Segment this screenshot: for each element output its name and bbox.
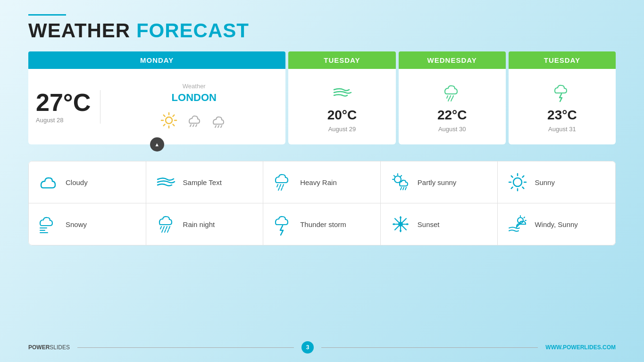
legend-item-sunny: Sunny — [498, 161, 615, 203]
svg-line-15 — [447, 96, 448, 98]
svg-line-8 — [164, 124, 165, 126]
svg-line-16 — [450, 96, 451, 98]
svg-line-47 — [166, 227, 167, 229]
mini-cloud-rain-icon — [184, 109, 205, 131]
legend-item-thunderstorm: Thunder storm — [263, 203, 381, 245]
monday-card: 27°C August 28 Weather LONDON — [28, 69, 285, 144]
wednesday-header: WEDNESDAY — [399, 51, 506, 69]
svg-point-57 — [400, 217, 401, 219]
svg-point-60 — [406, 223, 408, 225]
wind-label: Sample Text — [183, 178, 222, 186]
svg-line-51 — [167, 230, 168, 232]
tuesday2-column: TUESDAY 23°C August 31 — [509, 51, 616, 152]
wednesday-temp: 22°C — [437, 108, 467, 123]
svg-line-28 — [394, 176, 395, 177]
svg-line-22 — [283, 185, 284, 187]
tuesday1-header: TUESDAY — [288, 51, 395, 69]
legend-item-rain-night: Rain night — [146, 203, 264, 245]
svg-line-24 — [281, 188, 282, 190]
arrow-indicator — [150, 137, 164, 152]
svg-line-9 — [190, 125, 191, 126]
monday-header: MONDAY — [28, 51, 285, 69]
heavy-rain-label: Heavy Rain — [300, 178, 337, 186]
svg-line-10 — [193, 125, 194, 126]
snowy-icon — [37, 213, 60, 236]
legend-item-wind: Sample Text — [146, 161, 264, 203]
sunset-icon — [389, 213, 412, 236]
monday-date: August 28 — [36, 117, 64, 124]
svg-line-17 — [452, 96, 453, 98]
footer: POWERSLIDES 3 WWW.POWERLIDES.COM — [28, 341, 616, 354]
svg-line-48 — [169, 227, 170, 229]
svg-line-32 — [405, 187, 406, 190]
heavy-rain-legend-icon — [272, 171, 294, 194]
svg-line-18 — [448, 99, 449, 101]
snowy-label: Snowy — [66, 220, 87, 228]
storm-icon — [550, 81, 574, 105]
wind-legend-icon — [155, 171, 177, 194]
svg-line-12 — [215, 126, 216, 127]
city-name: LONDON — [172, 92, 217, 104]
legend-section: Cloudy Sample Text — [28, 161, 616, 245]
svg-point-58 — [400, 230, 401, 232]
tuesday2-card: 23°C August 31 — [509, 69, 616, 144]
svg-line-14 — [221, 126, 222, 127]
footer-url: WWW.POWERLIDES.COM — [545, 344, 616, 351]
legend-item-heavy-rain: Heavy Rain — [263, 161, 381, 203]
tuesday1-card: 20°C August 29 — [288, 69, 395, 144]
svg-point-33 — [513, 178, 522, 186]
svg-line-38 — [511, 176, 513, 177]
cloudy-label: Cloudy — [66, 178, 88, 186]
rain-night-icon — [155, 213, 177, 236]
footer-line-right — [321, 347, 538, 348]
svg-line-23 — [278, 188, 279, 190]
windy-sunny-icon — [506, 213, 529, 236]
mini-sun-icon — [159, 109, 180, 131]
legend-item-windy-sunny: Windy, Sunny — [498, 203, 615, 245]
brand-bold: POWER — [28, 344, 50, 351]
wednesday-date: August 30 — [438, 126, 466, 133]
svg-line-5 — [164, 115, 165, 116]
windy-sunny-label: Windy, Sunny — [535, 220, 577, 228]
svg-line-63 — [524, 217, 525, 218]
svg-line-46 — [163, 227, 164, 229]
tuesday1-date: August 29 — [328, 126, 356, 133]
wednesday-column: WEDNESDAY 22°C August 30 — [399, 51, 506, 152]
svg-line-45 — [160, 227, 161, 229]
mini-cloud-icon — [209, 109, 230, 131]
footer-page-number: 3 — [301, 341, 314, 354]
partly-sunny-icon — [389, 171, 412, 194]
legend-item-sunset: Sunset — [381, 203, 498, 245]
partly-sunny-label: Partly sunny — [418, 178, 457, 186]
svg-line-13 — [218, 126, 219, 127]
legend-grid: Cloudy Sample Text — [28, 161, 616, 245]
tuesday2-date: August 31 — [548, 126, 576, 133]
svg-line-49 — [162, 230, 163, 232]
legend-item-snowy: Snowy — [29, 203, 146, 245]
heavy-rain-icon — [440, 81, 464, 105]
legend-item-cloudy: Cloudy — [29, 161, 146, 203]
svg-line-11 — [196, 125, 197, 126]
page-title: WEATHER FORECAST — [28, 19, 616, 42]
svg-line-39 — [523, 187, 524, 189]
svg-point-0 — [166, 117, 172, 124]
title-weather: WEATHER — [28, 19, 130, 42]
forecast-section: MONDAY 27°C August 28 Weather LONDON — [28, 51, 616, 152]
thunderstorm-icon — [272, 213, 294, 236]
svg-line-40 — [523, 176, 524, 177]
svg-line-31 — [403, 187, 404, 190]
tuesday1-temp: 20°C — [327, 108, 357, 123]
legend-item-partly-sunny: Partly sunny — [381, 161, 498, 203]
header-accent-line — [28, 14, 66, 16]
tuesday2-temp: 23°C — [547, 108, 577, 123]
sunny-icon — [506, 171, 529, 194]
svg-line-30 — [401, 187, 401, 190]
sunny-label: Sunny — [535, 178, 555, 186]
svg-line-41 — [511, 187, 513, 189]
svg-line-20 — [277, 185, 278, 187]
title-forecast: FORECAST — [136, 19, 249, 42]
city-label: Weather — [183, 83, 206, 90]
header: WEATHER FORECAST — [28, 14, 616, 42]
brand-light: SLIDES — [50, 344, 70, 351]
svg-line-27 — [401, 176, 401, 177]
